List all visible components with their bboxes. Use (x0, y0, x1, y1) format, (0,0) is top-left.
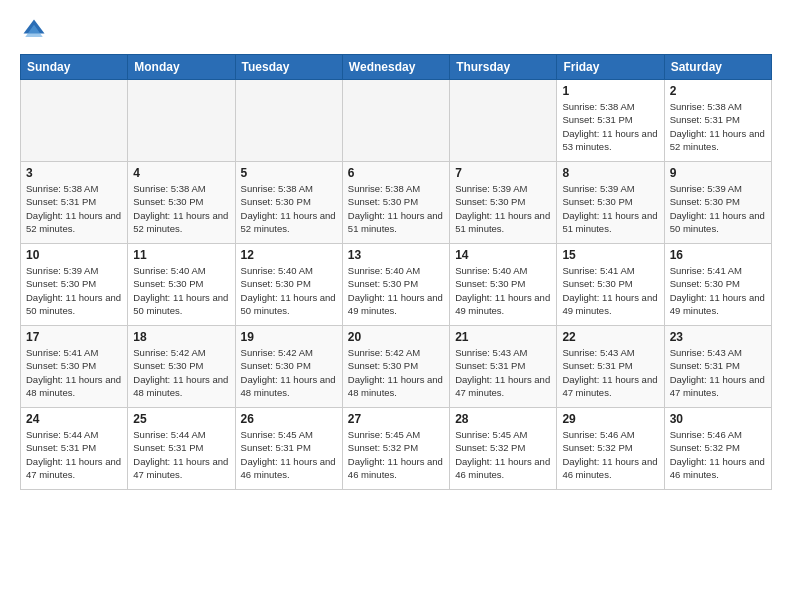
calendar-cell: 1Sunrise: 5:38 AMSunset: 5:31 PMDaylight… (557, 80, 664, 162)
calendar-cell: 24Sunrise: 5:44 AMSunset: 5:31 PMDayligh… (21, 408, 128, 490)
day-info: Sunrise: 5:39 AMSunset: 5:30 PMDaylight:… (26, 264, 122, 317)
day-number: 1 (562, 84, 658, 98)
day-number: 2 (670, 84, 766, 98)
day-info: Sunrise: 5:40 AMSunset: 5:30 PMDaylight:… (348, 264, 444, 317)
calendar-cell (450, 80, 557, 162)
calendar-cell: 28Sunrise: 5:45 AMSunset: 5:32 PMDayligh… (450, 408, 557, 490)
day-number: 23 (670, 330, 766, 344)
calendar-cell: 3Sunrise: 5:38 AMSunset: 5:31 PMDaylight… (21, 162, 128, 244)
day-number: 27 (348, 412, 444, 426)
calendar-cell: 12Sunrise: 5:40 AMSunset: 5:30 PMDayligh… (235, 244, 342, 326)
calendar-week-2: 3Sunrise: 5:38 AMSunset: 5:31 PMDaylight… (21, 162, 772, 244)
calendar-cell: 7Sunrise: 5:39 AMSunset: 5:30 PMDaylight… (450, 162, 557, 244)
day-info: Sunrise: 5:39 AMSunset: 5:30 PMDaylight:… (562, 182, 658, 235)
day-info: Sunrise: 5:42 AMSunset: 5:30 PMDaylight:… (241, 346, 337, 399)
calendar-weekday-friday: Friday (557, 55, 664, 80)
calendar-cell: 5Sunrise: 5:38 AMSunset: 5:30 PMDaylight… (235, 162, 342, 244)
day-number: 6 (348, 166, 444, 180)
day-info: Sunrise: 5:41 AMSunset: 5:30 PMDaylight:… (562, 264, 658, 317)
day-info: Sunrise: 5:45 AMSunset: 5:31 PMDaylight:… (241, 428, 337, 481)
calendar-cell: 23Sunrise: 5:43 AMSunset: 5:31 PMDayligh… (664, 326, 771, 408)
calendar-weekday-wednesday: Wednesday (342, 55, 449, 80)
calendar-weekday-tuesday: Tuesday (235, 55, 342, 80)
calendar-weekday-thursday: Thursday (450, 55, 557, 80)
day-info: Sunrise: 5:38 AMSunset: 5:30 PMDaylight:… (133, 182, 229, 235)
calendar-cell: 10Sunrise: 5:39 AMSunset: 5:30 PMDayligh… (21, 244, 128, 326)
day-info: Sunrise: 5:40 AMSunset: 5:30 PMDaylight:… (133, 264, 229, 317)
calendar-cell: 2Sunrise: 5:38 AMSunset: 5:31 PMDaylight… (664, 80, 771, 162)
calendar-weekday-monday: Monday (128, 55, 235, 80)
day-number: 8 (562, 166, 658, 180)
calendar-cell: 20Sunrise: 5:42 AMSunset: 5:30 PMDayligh… (342, 326, 449, 408)
day-info: Sunrise: 5:41 AMSunset: 5:30 PMDaylight:… (670, 264, 766, 317)
calendar-cell: 29Sunrise: 5:46 AMSunset: 5:32 PMDayligh… (557, 408, 664, 490)
calendar-cell: 17Sunrise: 5:41 AMSunset: 5:30 PMDayligh… (21, 326, 128, 408)
day-info: Sunrise: 5:38 AMSunset: 5:30 PMDaylight:… (348, 182, 444, 235)
day-info: Sunrise: 5:38 AMSunset: 5:31 PMDaylight:… (562, 100, 658, 153)
day-number: 9 (670, 166, 766, 180)
calendar-cell: 6Sunrise: 5:38 AMSunset: 5:30 PMDaylight… (342, 162, 449, 244)
day-number: 3 (26, 166, 122, 180)
day-info: Sunrise: 5:42 AMSunset: 5:30 PMDaylight:… (133, 346, 229, 399)
day-number: 30 (670, 412, 766, 426)
day-info: Sunrise: 5:43 AMSunset: 5:31 PMDaylight:… (455, 346, 551, 399)
day-info: Sunrise: 5:40 AMSunset: 5:30 PMDaylight:… (241, 264, 337, 317)
calendar-week-1: 1Sunrise: 5:38 AMSunset: 5:31 PMDaylight… (21, 80, 772, 162)
day-number: 18 (133, 330, 229, 344)
day-number: 10 (26, 248, 122, 262)
day-number: 12 (241, 248, 337, 262)
day-number: 15 (562, 248, 658, 262)
day-info: Sunrise: 5:46 AMSunset: 5:32 PMDaylight:… (670, 428, 766, 481)
day-number: 28 (455, 412, 551, 426)
calendar-cell: 16Sunrise: 5:41 AMSunset: 5:30 PMDayligh… (664, 244, 771, 326)
day-number: 11 (133, 248, 229, 262)
calendar-header-row: SundayMondayTuesdayWednesdayThursdayFrid… (21, 55, 772, 80)
day-info: Sunrise: 5:38 AMSunset: 5:31 PMDaylight:… (670, 100, 766, 153)
day-info: Sunrise: 5:45 AMSunset: 5:32 PMDaylight:… (455, 428, 551, 481)
calendar-cell (128, 80, 235, 162)
calendar-cell: 9Sunrise: 5:39 AMSunset: 5:30 PMDaylight… (664, 162, 771, 244)
day-number: 16 (670, 248, 766, 262)
day-number: 21 (455, 330, 551, 344)
calendar-weekday-sunday: Sunday (21, 55, 128, 80)
day-number: 22 (562, 330, 658, 344)
day-info: Sunrise: 5:42 AMSunset: 5:30 PMDaylight:… (348, 346, 444, 399)
header (20, 16, 772, 44)
calendar-cell: 27Sunrise: 5:45 AMSunset: 5:32 PMDayligh… (342, 408, 449, 490)
day-number: 19 (241, 330, 337, 344)
day-number: 13 (348, 248, 444, 262)
calendar-cell: 19Sunrise: 5:42 AMSunset: 5:30 PMDayligh… (235, 326, 342, 408)
calendar-cell: 13Sunrise: 5:40 AMSunset: 5:30 PMDayligh… (342, 244, 449, 326)
calendar-cell: 18Sunrise: 5:42 AMSunset: 5:30 PMDayligh… (128, 326, 235, 408)
calendar-table: SundayMondayTuesdayWednesdayThursdayFrid… (20, 54, 772, 490)
day-number: 24 (26, 412, 122, 426)
calendar-week-3: 10Sunrise: 5:39 AMSunset: 5:30 PMDayligh… (21, 244, 772, 326)
calendar-weekday-saturday: Saturday (664, 55, 771, 80)
day-number: 20 (348, 330, 444, 344)
day-info: Sunrise: 5:38 AMSunset: 5:31 PMDaylight:… (26, 182, 122, 235)
calendar-cell: 21Sunrise: 5:43 AMSunset: 5:31 PMDayligh… (450, 326, 557, 408)
calendar-cell: 26Sunrise: 5:45 AMSunset: 5:31 PMDayligh… (235, 408, 342, 490)
calendar-cell: 11Sunrise: 5:40 AMSunset: 5:30 PMDayligh… (128, 244, 235, 326)
day-number: 29 (562, 412, 658, 426)
calendar-cell: 22Sunrise: 5:43 AMSunset: 5:31 PMDayligh… (557, 326, 664, 408)
day-info: Sunrise: 5:43 AMSunset: 5:31 PMDaylight:… (562, 346, 658, 399)
page: SundayMondayTuesdayWednesdayThursdayFrid… (0, 0, 792, 506)
day-number: 4 (133, 166, 229, 180)
day-number: 17 (26, 330, 122, 344)
day-number: 26 (241, 412, 337, 426)
day-number: 25 (133, 412, 229, 426)
day-info: Sunrise: 5:43 AMSunset: 5:31 PMDaylight:… (670, 346, 766, 399)
calendar-cell (235, 80, 342, 162)
day-info: Sunrise: 5:46 AMSunset: 5:32 PMDaylight:… (562, 428, 658, 481)
day-info: Sunrise: 5:39 AMSunset: 5:30 PMDaylight:… (670, 182, 766, 235)
calendar-cell: 14Sunrise: 5:40 AMSunset: 5:30 PMDayligh… (450, 244, 557, 326)
day-info: Sunrise: 5:38 AMSunset: 5:30 PMDaylight:… (241, 182, 337, 235)
day-number: 14 (455, 248, 551, 262)
calendar-cell (21, 80, 128, 162)
logo-icon (20, 16, 48, 44)
calendar-cell (342, 80, 449, 162)
day-number: 5 (241, 166, 337, 180)
day-info: Sunrise: 5:41 AMSunset: 5:30 PMDaylight:… (26, 346, 122, 399)
calendar-cell: 15Sunrise: 5:41 AMSunset: 5:30 PMDayligh… (557, 244, 664, 326)
